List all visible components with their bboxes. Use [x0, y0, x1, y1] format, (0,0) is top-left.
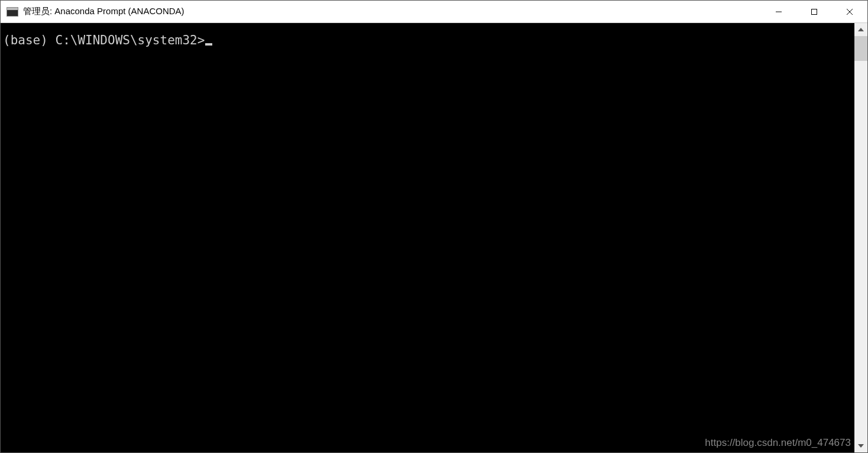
app-icon: [7, 7, 18, 17]
window: 管理员: Anaconda Prompt (ANACONDA): [0, 0, 868, 453]
terminal[interactable]: (base) C:\WINDOWS\system32>: [1, 23, 854, 452]
maximize-button[interactable]: [796, 1, 832, 22]
svg-rect-1: [812, 9, 817, 14]
titlebar[interactable]: 管理员: Anaconda Prompt (ANACONDA): [1, 1, 867, 23]
scroll-thumb[interactable]: [854, 36, 867, 61]
close-button[interactable]: [832, 1, 867, 22]
vertical-scrollbar[interactable]: [854, 23, 867, 452]
prompt-line: (base) C:\WINDOWS\system32>: [3, 33, 854, 48]
scroll-down-arrow-icon[interactable]: [854, 439, 867, 452]
maximize-icon: [811, 8, 818, 15]
window-title: 管理员: Anaconda Prompt (ANACONDA): [23, 6, 761, 17]
close-icon: [846, 8, 853, 15]
prompt-text: (base) C:\WINDOWS\system32>: [3, 33, 205, 48]
scroll-up-arrow-icon[interactable]: [854, 23, 867, 36]
cursor: [205, 43, 212, 46]
window-controls: [761, 1, 867, 22]
scroll-track[interactable]: [854, 36, 867, 439]
content-area: (base) C:\WINDOWS\system32> https://blog…: [1, 23, 867, 452]
minimize-icon: [775, 8, 782, 15]
minimize-button[interactable]: [761, 1, 796, 22]
